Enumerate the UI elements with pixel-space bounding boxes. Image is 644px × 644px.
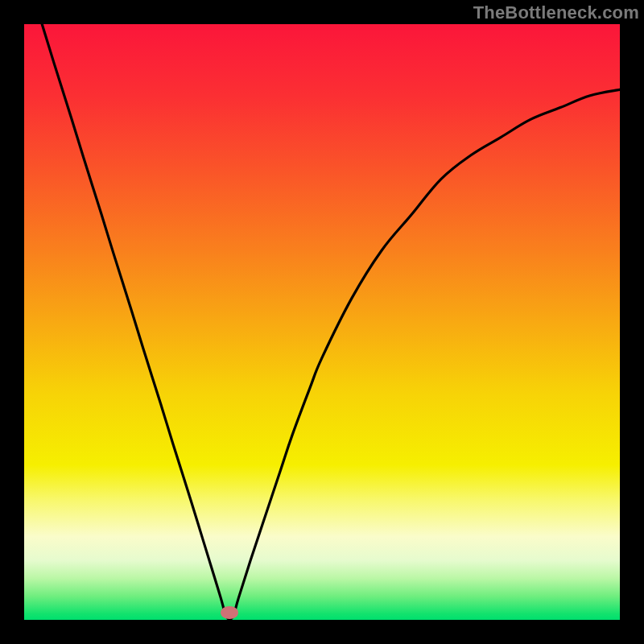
optimal-point-marker: [221, 606, 238, 619]
gradient-background: [24, 24, 620, 620]
chart-svg: [24, 24, 620, 620]
plot-area: [24, 24, 620, 620]
chart-frame: TheBottleneck.com: [0, 0, 644, 644]
watermark-text: TheBottleneck.com: [473, 2, 639, 23]
